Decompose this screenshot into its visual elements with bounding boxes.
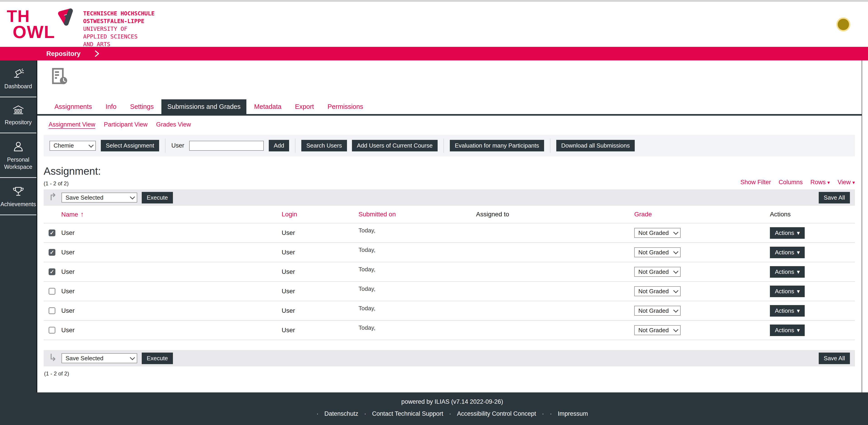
cell-name: User <box>59 288 279 295</box>
logo-wordmark: TH OWL <box>7 9 55 40</box>
evaluation-many-participants-button[interactable]: Evaluation for many Participants <box>450 140 544 151</box>
result-range-bottom: (1 - 2 of 2) <box>44 370 855 377</box>
cell-submitted-on: Today, <box>356 243 474 253</box>
row-actions-button[interactable]: Actions▾ <box>770 227 805 239</box>
cell-submitted-on: Today, <box>356 321 474 331</box>
footer-link-datenschutz[interactable]: Datenschutz <box>324 410 358 417</box>
execute-button[interactable]: Execute <box>142 192 173 203</box>
tab-settings[interactable]: Settings <box>124 100 160 114</box>
logo-triangle-icon <box>57 7 76 30</box>
caret-down-icon: ▾ <box>797 288 800 295</box>
column-header-grade[interactable]: Grade <box>632 211 768 218</box>
cell-login: User <box>279 229 356 236</box>
table-row: ✓ User User Today, Not Graded Actions▾ <box>43 223 855 243</box>
separator-dot: · <box>316 410 318 417</box>
chevron-right-icon <box>94 50 100 57</box>
sidebar-item-repository[interactable]: Repository <box>0 97 36 133</box>
save-all-button-bottom[interactable]: Save All <box>819 352 850 364</box>
toolbar: Chemie Select Assignment User Add Search… <box>43 135 855 157</box>
footer-link-accessibility-control-concept[interactable]: Accessibility Control Concept <box>457 410 536 417</box>
sidebar-item-achievements[interactable]: Achievements <box>0 178 36 215</box>
rows-dropdown[interactable]: Rows ▾ <box>810 179 830 186</box>
row-actions-button[interactable]: Actions▾ <box>770 266 805 278</box>
sort-asc-icon: ↑ <box>81 210 84 218</box>
breadcrumb-bar: Repository <box>0 47 868 60</box>
tab-export[interactable]: Export <box>289 100 320 114</box>
tab-info[interactable]: Info <box>100 100 122 114</box>
row-checkbox[interactable]: ✓ <box>49 249 55 256</box>
desk-lamp-icon <box>12 68 25 79</box>
caret-down-icon: ▾ <box>797 327 800 334</box>
view-dropdown[interactable]: View ▾ <box>837 179 855 186</box>
grade-select[interactable]: Not Graded <box>634 286 681 296</box>
row-actions-button[interactable]: Actions▾ <box>770 324 805 336</box>
tab-bar: AssignmentsInfoSettingsSubmissions and G… <box>37 100 862 116</box>
caret-down-icon: ▾ <box>797 249 800 256</box>
th-owl-logo: TH OWL TECHNISCHE HOCHSCHULEOSTWESTFALEN… <box>7 1 155 48</box>
table-title: Assignment: <box>43 165 101 177</box>
execute-button-bottom[interactable]: Execute <box>142 352 173 364</box>
column-header-login[interactable]: Login <box>279 211 356 218</box>
breadcrumb-label[interactable]: Repository <box>46 50 81 57</box>
apply-to-selected-up-icon: ↱ <box>49 192 57 202</box>
show-filter-link[interactable]: Show Filter <box>741 179 771 186</box>
grade-select[interactable]: Not Graded <box>634 267 681 277</box>
row-actions-button[interactable]: Actions▾ <box>770 247 805 258</box>
table-controls: Show Filter Columns Rows ▾ View ▾ <box>741 179 855 187</box>
grade-select[interactable]: Not Graded <box>634 306 681 316</box>
column-header-assigned-to: Assigned to <box>474 211 632 218</box>
row-checkbox[interactable]: ✓ <box>49 229 55 236</box>
footer-link-contact-technical-support[interactable]: Contact Technical Support <box>372 410 443 417</box>
search-users-button[interactable]: Search Users <box>301 140 347 151</box>
bulk-actionbar-top: ↱ Save Selected Execute Save All <box>43 190 855 206</box>
separator-dot: · <box>550 410 552 417</box>
user-avatar[interactable] <box>836 18 850 31</box>
sidebar-item-personal-workspace[interactable]: Personal Workspace <box>0 133 36 178</box>
cell-login: User <box>279 307 356 314</box>
grade-select[interactable]: Not Graded <box>634 228 681 238</box>
download-all-submissions-button[interactable]: Download all Submissions <box>556 140 635 151</box>
row-actions-button[interactable]: Actions▾ <box>770 286 805 297</box>
chevron-down-icon <box>673 268 679 274</box>
caret-down-icon: ▾ <box>797 307 800 314</box>
breadcrumb[interactable]: Repository <box>46 50 100 57</box>
sidebar-item-dashboard[interactable]: Dashboard <box>0 60 36 97</box>
subtab-assignment-view[interactable]: Assignment View <box>49 121 95 128</box>
column-header-actions: Actions <box>768 211 855 218</box>
table-row: ✓ User User Today, Not Graded Actions▾ <box>43 262 855 281</box>
footer-link-impressum[interactable]: Impressum <box>558 410 588 417</box>
grade-select[interactable]: Not Graded <box>634 247 681 257</box>
subtab-participant-view[interactable]: Participant View <box>104 121 148 128</box>
subtab-grades-view[interactable]: Grades View <box>156 121 191 128</box>
column-header-name[interactable]: Name↑ <box>59 210 279 218</box>
tab-permissions[interactable]: Permissions <box>322 100 369 114</box>
powered-by-text[interactable]: powered by ILIAS (v7.14 2022-09-26) <box>36 398 868 405</box>
tab-assignments[interactable]: Assignments <box>49 100 98 114</box>
row-checkbox[interactable] <box>49 327 55 334</box>
table-row: User User Today, Not Graded Actions▾ <box>43 301 855 320</box>
site-header: TH OWL TECHNISCHE HOCHSCHULEOSTWESTFALEN… <box>0 2 868 47</box>
save-all-button[interactable]: Save All <box>819 192 850 203</box>
bulk-action-select[interactable]: Save Selected <box>61 193 137 202</box>
add-users-of-course-button[interactable]: Add Users of Current Course <box>352 140 438 151</box>
select-assignment-button[interactable]: Select Assignment <box>101 140 159 151</box>
sidebar-item-label: Repository <box>5 119 32 126</box>
columns-link[interactable]: Columns <box>779 179 803 186</box>
cell-name: User <box>59 249 279 256</box>
column-header-submitted-on[interactable]: Submitted on <box>356 211 474 218</box>
bulk-action-select-bottom[interactable]: Save Selected <box>61 353 137 363</box>
grade-select[interactable]: Not Graded <box>634 325 681 335</box>
row-actions-button[interactable]: Actions▾ <box>770 305 805 317</box>
tab-submissions-and-grades[interactable]: Submissions and Grades <box>161 100 246 114</box>
user-input[interactable] <box>189 141 264 151</box>
table-header: Name↑ Login Submitted on Assigned to Gra… <box>43 206 855 223</box>
row-checkbox[interactable]: ✓ <box>49 268 55 275</box>
add-user-button[interactable]: Add <box>269 140 289 151</box>
assignment-select[interactable]: Chemie <box>50 141 96 151</box>
cell-submitted-on: Today, <box>356 262 474 273</box>
row-checkbox[interactable] <box>49 307 55 314</box>
page-footer: powered by ILIAS (v7.14 2022-09-26) ·Dat… <box>36 392 868 425</box>
chevron-down-icon <box>130 355 135 360</box>
row-checkbox[interactable] <box>49 288 55 295</box>
tab-metadata[interactable]: Metadata <box>248 100 287 114</box>
